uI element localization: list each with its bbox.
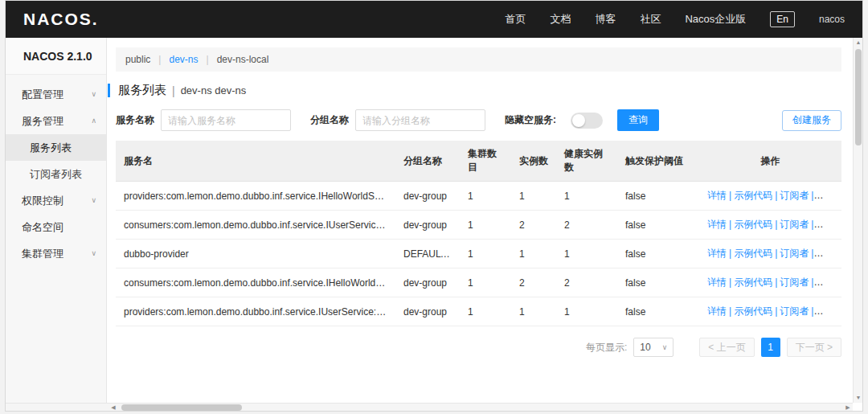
cell-instance-count: 2: [511, 268, 556, 297]
sample-code-link[interactable]: 示例代码: [734, 277, 772, 288]
chevron-down-icon: ∨: [91, 81, 96, 108]
service-name-input[interactable]: [161, 109, 291, 131]
col-header-group-name: 分组名称: [395, 141, 460, 182]
sidebar-item-namespace[interactable]: 命名空间: [6, 214, 106, 240]
cell-service-name: providers:com.lemon.demo.dubbo.inf.servi…: [116, 182, 395, 211]
cell-instance-count: 1: [511, 240, 556, 268]
namespace-tab-dev-ns[interactable]: dev-ns: [169, 54, 198, 65]
namespace-tab-public[interactable]: public: [125, 54, 150, 65]
namespace-tab-dev-ns-local[interactable]: dev-ns-local: [217, 54, 269, 65]
horizontal-scrollbar[interactable]: ◀ ▶: [6, 403, 853, 411]
sidebar-item-label: 配置管理: [22, 88, 63, 100]
current-page-button[interactable]: 1: [761, 338, 780, 357]
scroll-left-icon[interactable]: ◀: [108, 404, 118, 412]
cell-group-name: dev-group: [395, 182, 460, 211]
sidebar-item-subscriber-list[interactable]: 订阅者列表: [6, 161, 106, 187]
col-header-service-name: 服务名: [116, 141, 395, 182]
sidebar-item-config-management[interactable]: 配置管理 ∨: [6, 81, 106, 108]
prev-page-button[interactable]: < 上一页: [699, 338, 754, 357]
subscriber-link[interactable]: 订阅者: [780, 248, 809, 259]
service-table: 服务名 分组名称 集群数目 实例数 健康实例数 触发保护阈值 操作 provid…: [116, 141, 841, 326]
hide-empty-toggle[interactable]: [571, 113, 603, 129]
nav-community[interactable]: 社区: [640, 12, 661, 27]
sample-code-link[interactable]: 示例代码: [734, 305, 772, 317]
nav-blog[interactable]: 博客: [595, 12, 616, 27]
cell-threshold: false: [617, 240, 699, 268]
op-separator: |: [775, 248, 777, 259]
cell-healthy-count: 1: [556, 182, 617, 211]
service-name-label: 服务名称: [116, 113, 154, 127]
op-separator: |: [729, 219, 731, 230]
scroll-up-icon[interactable]: ▲: [854, 38, 863, 47]
vertical-scrollbar[interactable]: ▲ ▼: [853, 38, 862, 403]
chevron-up-icon: ∧: [91, 108, 96, 134]
cell-instance-count: 1: [511, 297, 556, 326]
nav-enterprise[interactable]: Nacos企业版: [685, 12, 746, 27]
page-size-value: 10: [640, 342, 650, 353]
topbar: NACOS. 首页 文档 博客 社区 Nacos企业版 En nacos: [6, 1, 862, 38]
op-separator: |: [775, 305, 777, 317]
cell-cluster-count: 1: [460, 182, 511, 211]
horizontal-scroll-thumb[interactable]: [121, 404, 242, 411]
col-header-operations: 操作: [699, 141, 841, 182]
query-button[interactable]: 查询: [617, 109, 659, 131]
detail-link[interactable]: 详情: [707, 305, 727, 317]
next-page-button[interactable]: 下一页 >: [787, 338, 841, 357]
detail-link[interactable]: 详情: [707, 219, 727, 230]
page-title: 服务列表: [118, 83, 166, 98]
filter-row: 服务名称 分组名称 隐藏空服务: 查询 创建服务: [116, 109, 841, 131]
cell-instance-count: 2: [511, 211, 556, 240]
language-toggle[interactable]: En: [770, 11, 795, 27]
subscriber-link[interactable]: 订阅者: [780, 305, 809, 317]
sidebar-item-label: 服务管理: [22, 115, 63, 127]
hide-empty-label: 隐藏空服务:: [505, 113, 556, 127]
title-accent-bar: [108, 84, 110, 97]
nav-docs[interactable]: 文档: [550, 12, 571, 27]
op-separator: |: [775, 190, 777, 201]
sample-code-link[interactable]: 示例代码: [734, 248, 772, 259]
cell-cluster-count: 1: [460, 240, 511, 268]
cell-service-name: dubbo-provider: [116, 240, 395, 268]
table-row: providers:com.lemon.demo.dubbo.inf.servi…: [116, 297, 841, 326]
sidebar-item-service-list[interactable]: 服务列表: [6, 134, 106, 161]
sidebar: NACOS 2.1.0 配置管理 ∨ 服务管理 ∧ 服务列表 订阅者列表 权限控…: [6, 38, 107, 403]
cell-cluster-count: 1: [460, 297, 511, 326]
table-row: consumers:com.lemon.demo.dubbo.inf.servi…: [116, 211, 841, 240]
chevron-down-icon: ∨: [91, 240, 96, 267]
cell-group-name: dev-group: [395, 297, 460, 326]
op-separator: |: [811, 219, 813, 230]
subscriber-link[interactable]: 订阅者: [780, 219, 809, 230]
col-header-instance-count: 实例数: [511, 141, 556, 182]
cell-healthy-count: 1: [556, 240, 617, 268]
subscriber-link[interactable]: 订阅者: [780, 190, 809, 201]
cell-threshold: false: [617, 182, 699, 211]
cell-service-name: consumers:com.lemon.demo.dubbo.inf.servi…: [116, 268, 395, 297]
cell-healthy-count: 1: [556, 297, 617, 326]
sample-code-link[interactable]: 示例代码: [734, 219, 772, 230]
title-separator: |: [172, 84, 175, 97]
vertical-scroll-thumb[interactable]: [855, 49, 862, 146]
sidebar-item-permission-control[interactable]: 权限控制 ∨: [6, 187, 106, 214]
sidebar-item-label: 服务列表: [30, 141, 72, 154]
op-separator: |: [729, 190, 731, 201]
cell-healthy-count: 2: [556, 268, 617, 297]
sidebar-item-label: 集群管理: [22, 248, 63, 260]
detail-link[interactable]: 详情: [707, 190, 727, 201]
cell-group-name: dev-group: [395, 268, 460, 297]
create-service-button[interactable]: 创建服务: [782, 110, 841, 131]
op-separator: |: [729, 305, 731, 317]
username[interactable]: nacos: [819, 14, 845, 25]
sidebar-item-service-management[interactable]: 服务管理 ∧: [6, 108, 106, 134]
page-size-select[interactable]: 10 ∨: [633, 338, 674, 357]
sidebar-item-cluster-management[interactable]: 集群管理 ∨: [6, 240, 106, 267]
scroll-down-icon[interactable]: ▼: [854, 393, 863, 403]
group-name-input[interactable]: [355, 109, 485, 131]
subscriber-link[interactable]: 订阅者: [780, 277, 809, 288]
sidebar-menu: 配置管理 ∨ 服务管理 ∧ 服务列表 订阅者列表 权限控制 ∨ 命名空间 集群管…: [6, 75, 106, 267]
detail-link[interactable]: 详情: [707, 248, 727, 259]
detail-link[interactable]: 详情: [707, 277, 727, 288]
scroll-right-icon[interactable]: ▶: [843, 404, 853, 412]
nav-home[interactable]: 首页: [505, 12, 526, 27]
sample-code-link[interactable]: 示例代码: [734, 190, 772, 201]
page-title-row: 服务列表 | dev-ns dev-ns: [108, 83, 841, 98]
